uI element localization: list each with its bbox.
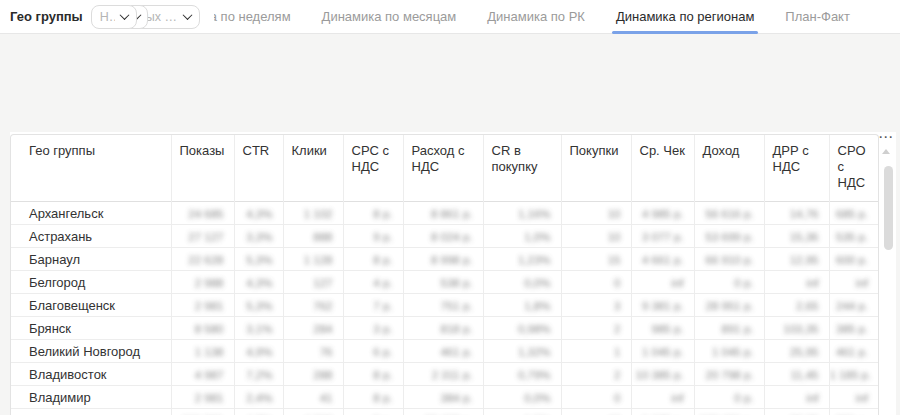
table-body: Архангельск24 6854,3%1 1028 р.8 861 р.1,…: [11, 202, 878, 415]
redacted-value: 288: [313, 369, 332, 381]
redacted-value: 4 661 р.: [642, 254, 684, 266]
redacted-value: 0 р.: [734, 277, 753, 289]
value-cell: 1 045 р.: [631, 340, 694, 363]
value-cell: 2,65: [764, 294, 829, 317]
tab-dynamics-regions[interactable]: Динамика по регионам: [614, 0, 756, 34]
value-cell: 9 381 р.: [631, 294, 694, 317]
redacted-value: 0,0%: [524, 392, 550, 404]
value-cell: 751 р.: [403, 294, 483, 317]
value-cell: 1: [561, 340, 631, 363]
value-cell: 461 р.: [403, 340, 483, 363]
value-cell: inf: [829, 271, 878, 294]
redacted-value: 244 р.: [836, 300, 868, 312]
redacted-value: inf: [806, 392, 818, 404]
value-cell: 384 р.: [403, 386, 483, 409]
value-cell: 4,9%: [234, 340, 283, 363]
value-cell: 1 185 р.: [829, 363, 878, 386]
redacted-value: 891 р.: [722, 323, 754, 335]
geo-groups-select[interactable]: Н...: [91, 5, 137, 29]
column-header-spend[interactable]: Расход с НДС: [403, 135, 483, 202]
redacted-value: 9 381 р.: [642, 300, 684, 312]
value-cell: 888: [283, 225, 343, 248]
redacted-value: 461 р.: [836, 346, 868, 358]
redacted-value: inf: [856, 277, 868, 289]
value-cell: 2 981: [171, 294, 234, 317]
value-cell: 24 685: [171, 202, 234, 225]
redacted-value: 12,95: [790, 254, 819, 266]
scroll-up-icon[interactable]: [882, 149, 890, 154]
value-cell: 43: [561, 409, 631, 415]
column-header-revenue[interactable]: Доход: [694, 135, 764, 202]
value-cell: 22 628: [171, 248, 234, 271]
value-cell: 1,16%: [483, 202, 561, 225]
value-cell: 3,3%: [234, 225, 283, 248]
value-cell: 0 р.: [694, 386, 764, 409]
geo-groups-placeholder: Н...: [100, 10, 115, 24]
column-header-geo[interactable]: Гео группы: [11, 135, 171, 202]
value-cell: 535 р.: [829, 225, 878, 248]
value-cell: 127: [283, 271, 343, 294]
redacted-value: 11,45: [791, 369, 819, 381]
value-cell: 385 р.: [829, 317, 878, 340]
value-cell: 27 127: [171, 225, 234, 248]
value-cell: 20 798 р.: [694, 363, 764, 386]
redacted-value: 0: [614, 392, 620, 404]
value-cell: inf: [764, 271, 829, 294]
redacted-value: 685 р.: [836, 208, 868, 220]
geo-group-cell: Белгород: [11, 271, 171, 294]
redacted-value: 2 311 р.: [432, 369, 473, 381]
redacted-value: inf: [671, 277, 683, 289]
value-cell: 10 385 р.: [631, 363, 694, 386]
geo-groups-label: Гео группы: [10, 9, 83, 24]
redacted-value: 15,36: [790, 231, 819, 243]
value-cell: 281 р.: [829, 409, 878, 415]
redacted-value: 1,23%: [518, 254, 551, 266]
tab-plan-fact[interactable]: План-Факт: [783, 0, 852, 34]
redacted-value: 4 985 р.: [642, 208, 684, 220]
redacted-value: 24 685: [188, 208, 223, 220]
redacted-value: 22 628: [188, 254, 223, 266]
column-header-purchases[interactable]: Покупки: [561, 135, 631, 202]
column-header-cr[interactable]: CR в покупку: [483, 135, 561, 202]
value-cell: 4 661 р.: [631, 248, 694, 271]
value-cell: 3 р.: [343, 317, 403, 340]
value-cell: 4 987: [171, 363, 234, 386]
redacted-value: 385 р.: [836, 323, 868, 335]
column-header-drr[interactable]: ДРР с НДС: [764, 135, 829, 202]
column-header-ctr[interactable]: CTR: [234, 135, 283, 202]
redacted-value: 1,0%: [524, 231, 550, 243]
tab-dynamics-months[interactable]: Динамика по месяцам: [320, 0, 459, 34]
column-header-cpc[interactable]: CPC с НДС: [343, 135, 403, 202]
redacted-value: 985 р.: [652, 323, 684, 335]
value-cell: 3 077 р.: [631, 225, 694, 248]
value-cell: 284: [283, 317, 343, 340]
column-header-clicks[interactable]: Клики: [283, 135, 343, 202]
table-row: Астрахань27 1273,3%8889 р.8 024 р.1,0%10…: [11, 225, 878, 248]
tab-dynamics-rk[interactable]: Динамика по РК: [485, 0, 587, 34]
redacted-value: inf: [806, 277, 818, 289]
redacted-value: 103,35: [783, 323, 818, 335]
table-row: Великий Новгород1 1384,9%766 р.461 р.1,3…: [11, 340, 878, 363]
value-cell: 600 р.: [829, 248, 878, 271]
column-header-avg-check[interactable]: Ср. Чек: [631, 135, 694, 202]
value-cell: 56 616 р.: [694, 202, 764, 225]
value-cell: 8 р.: [343, 386, 403, 409]
table-more-menu-icon[interactable]: ⋯: [878, 132, 894, 142]
value-cell: 10: [561, 225, 631, 248]
redacted-value: 41: [320, 392, 333, 404]
redacted-value: 9 р.: [373, 231, 392, 243]
value-cell: 7 р.: [343, 294, 403, 317]
value-cell: 8 998 р.: [403, 248, 483, 271]
value-cell: 3,1%: [234, 317, 283, 340]
geo-group-cell: Архангельск: [11, 202, 171, 225]
redacted-value: 1,16%: [518, 208, 551, 220]
redacted-value: 5,3%: [246, 300, 272, 312]
vertical-scrollbar-thumb[interactable]: [884, 166, 893, 250]
column-header-impressions[interactable]: Показы: [171, 135, 234, 202]
value-cell: 8 024 р.: [403, 225, 483, 248]
column-header-cpo[interactable]: CPO с НДС: [829, 135, 878, 202]
redacted-value: 66 910 р.: [706, 254, 754, 266]
regions-table: Гео группы Показы CTR Клики CPC с НДС Ра…: [10, 134, 879, 415]
value-cell: 10: [561, 202, 631, 225]
geo-group-cell: Астрахань: [11, 225, 171, 248]
